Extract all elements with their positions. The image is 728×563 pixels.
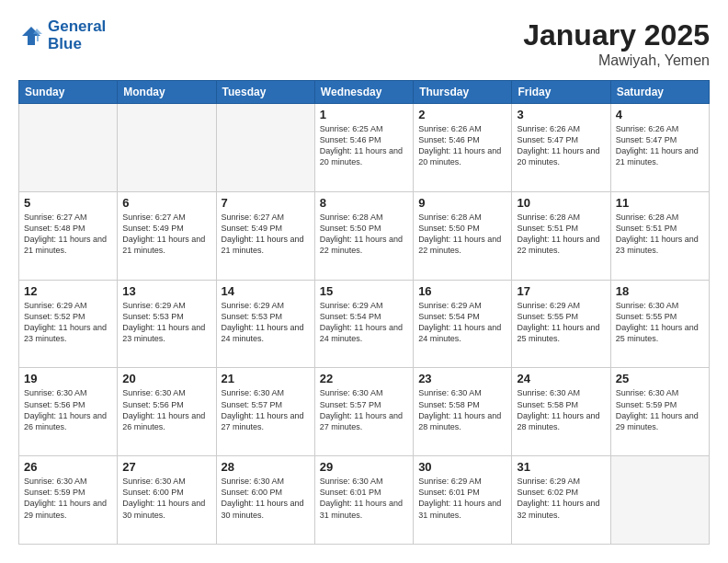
day-info: Sunrise: 6:29 AMSunset: 5:54 PMDaylight:… bbox=[320, 300, 408, 345]
day-number: 20 bbox=[122, 372, 210, 385]
day-cell: 20Sunrise: 6:30 AMSunset: 5:56 PMDayligh… bbox=[118, 368, 216, 456]
location-title: Mawiyah, Yemen bbox=[523, 52, 710, 69]
day-number: 15 bbox=[320, 284, 408, 298]
day-cell: 31Sunrise: 6:29 AMSunset: 6:02 PMDayligh… bbox=[512, 456, 610, 545]
day-number: 8 bbox=[320, 196, 408, 210]
weekday-header-row: SundayMondayTuesdayWednesdayThursdayFrid… bbox=[19, 81, 710, 104]
weekday-saturday: Saturday bbox=[610, 81, 709, 104]
day-number: 12 bbox=[24, 284, 112, 298]
day-info: Sunrise: 6:30 AMSunset: 5:56 PMDaylight:… bbox=[122, 387, 210, 432]
day-cell: 16Sunrise: 6:29 AMSunset: 5:54 PMDayligh… bbox=[414, 280, 512, 368]
day-info: Sunrise: 6:30 AMSunset: 5:55 PMDaylight:… bbox=[616, 300, 704, 345]
logo-line1: General bbox=[48, 17, 106, 35]
day-info: Sunrise: 6:30 AMSunset: 5:57 PMDaylight:… bbox=[222, 387, 310, 432]
day-number: 24 bbox=[517, 372, 605, 385]
day-cell: 29Sunrise: 6:30 AMSunset: 6:01 PMDayligh… bbox=[314, 456, 413, 545]
day-info: Sunrise: 6:29 AMSunset: 5:53 PMDaylight:… bbox=[122, 300, 210, 345]
day-info: Sunrise: 6:28 AMSunset: 5:50 PMDaylight:… bbox=[418, 212, 506, 257]
logo-icon bbox=[18, 23, 44, 49]
day-cell: 19Sunrise: 6:30 AMSunset: 5:56 PMDayligh… bbox=[19, 368, 118, 456]
day-info: Sunrise: 6:30 AMSunset: 5:59 PMDaylight:… bbox=[24, 476, 112, 521]
day-cell: 28Sunrise: 6:30 AMSunset: 6:00 PMDayligh… bbox=[216, 456, 314, 545]
title-block: January 2025 Mawiyah, Yemen bbox=[523, 18, 710, 69]
day-cell: 13Sunrise: 6:29 AMSunset: 5:53 PMDayligh… bbox=[118, 280, 216, 368]
week-row-4: 26Sunrise: 6:30 AMSunset: 5:59 PMDayligh… bbox=[19, 456, 710, 545]
day-info: Sunrise: 6:30 AMSunset: 6:00 PMDaylight:… bbox=[122, 476, 210, 521]
logo: General Blue bbox=[18, 18, 106, 52]
day-info: Sunrise: 6:29 AMSunset: 5:55 PMDaylight:… bbox=[517, 300, 605, 345]
day-number: 18 bbox=[616, 284, 704, 298]
day-info: Sunrise: 6:26 AMSunset: 5:46 PMDaylight:… bbox=[418, 123, 506, 168]
day-cell: 9Sunrise: 6:28 AMSunset: 5:50 PMDaylight… bbox=[414, 191, 512, 280]
day-info: Sunrise: 6:28 AMSunset: 5:51 PMDaylight:… bbox=[616, 212, 704, 257]
day-cell: 18Sunrise: 6:30 AMSunset: 5:55 PMDayligh… bbox=[610, 280, 709, 368]
day-cell: 17Sunrise: 6:29 AMSunset: 5:55 PMDayligh… bbox=[512, 280, 610, 368]
day-cell: 27Sunrise: 6:30 AMSunset: 6:00 PMDayligh… bbox=[118, 456, 216, 545]
day-cell bbox=[118, 104, 216, 192]
weekday-thursday: Thursday bbox=[414, 81, 512, 104]
day-number: 27 bbox=[122, 460, 210, 474]
week-row-1: 5Sunrise: 6:27 AMSunset: 5:48 PMDaylight… bbox=[19, 191, 710, 280]
day-number: 30 bbox=[418, 460, 506, 474]
day-cell: 15Sunrise: 6:29 AMSunset: 5:54 PMDayligh… bbox=[314, 280, 413, 368]
weekday-monday: Monday bbox=[118, 81, 216, 104]
day-cell: 23Sunrise: 6:30 AMSunset: 5:58 PMDayligh… bbox=[414, 368, 512, 456]
day-number: 13 bbox=[122, 284, 210, 298]
day-info: Sunrise: 6:27 AMSunset: 5:48 PMDaylight:… bbox=[24, 212, 112, 257]
month-title: January 2025 bbox=[523, 18, 710, 52]
day-cell: 10Sunrise: 6:28 AMSunset: 5:51 PMDayligh… bbox=[512, 191, 610, 280]
day-cell: 6Sunrise: 6:27 AMSunset: 5:49 PMDaylight… bbox=[118, 191, 216, 280]
page: General Blue January 2025 Mawiyah, Yemen… bbox=[0, 0, 728, 563]
day-number: 2 bbox=[418, 108, 506, 121]
day-number: 28 bbox=[222, 460, 310, 474]
day-cell: 12Sunrise: 6:29 AMSunset: 5:52 PMDayligh… bbox=[19, 280, 118, 368]
day-info: Sunrise: 6:27 AMSunset: 5:49 PMDaylight:… bbox=[222, 212, 310, 257]
day-number: 4 bbox=[616, 108, 704, 121]
day-info: Sunrise: 6:29 AMSunset: 5:54 PMDaylight:… bbox=[418, 300, 506, 345]
day-cell: 30Sunrise: 6:29 AMSunset: 6:01 PMDayligh… bbox=[414, 456, 512, 545]
header: General Blue January 2025 Mawiyah, Yemen bbox=[18, 18, 710, 69]
day-cell: 26Sunrise: 6:30 AMSunset: 5:59 PMDayligh… bbox=[19, 456, 118, 545]
day-cell: 24Sunrise: 6:30 AMSunset: 5:58 PMDayligh… bbox=[512, 368, 610, 456]
day-cell bbox=[216, 104, 314, 192]
day-info: Sunrise: 6:26 AMSunset: 5:47 PMDaylight:… bbox=[616, 123, 704, 168]
day-info: Sunrise: 6:25 AMSunset: 5:46 PMDaylight:… bbox=[320, 123, 408, 168]
day-cell: 4Sunrise: 6:26 AMSunset: 5:47 PMDaylight… bbox=[610, 104, 709, 192]
day-cell: 5Sunrise: 6:27 AMSunset: 5:48 PMDaylight… bbox=[19, 191, 118, 280]
day-cell: 8Sunrise: 6:28 AMSunset: 5:50 PMDaylight… bbox=[314, 191, 413, 280]
day-number: 16 bbox=[418, 284, 506, 298]
weekday-tuesday: Tuesday bbox=[216, 81, 314, 104]
day-info: Sunrise: 6:30 AMSunset: 5:58 PMDaylight:… bbox=[517, 387, 605, 432]
day-cell: 7Sunrise: 6:27 AMSunset: 5:49 PMDaylight… bbox=[216, 191, 314, 280]
day-info: Sunrise: 6:28 AMSunset: 5:50 PMDaylight:… bbox=[320, 212, 408, 257]
day-number: 5 bbox=[24, 196, 112, 210]
day-number: 31 bbox=[517, 460, 605, 474]
day-number: 23 bbox=[418, 372, 506, 385]
calendar: SundayMondayTuesdayWednesdayThursdayFrid… bbox=[18, 80, 710, 545]
day-number: 1 bbox=[320, 108, 408, 121]
day-number: 29 bbox=[320, 460, 408, 474]
day-number: 6 bbox=[122, 196, 210, 210]
week-row-2: 12Sunrise: 6:29 AMSunset: 5:52 PMDayligh… bbox=[19, 280, 710, 368]
day-cell: 21Sunrise: 6:30 AMSunset: 5:57 PMDayligh… bbox=[216, 368, 314, 456]
day-cell bbox=[19, 104, 118, 192]
day-number: 22 bbox=[320, 372, 408, 385]
day-number: 21 bbox=[222, 372, 310, 385]
day-cell: 3Sunrise: 6:26 AMSunset: 5:47 PMDaylight… bbox=[512, 104, 610, 192]
week-row-0: 1Sunrise: 6:25 AMSunset: 5:46 PMDaylight… bbox=[19, 104, 710, 192]
day-info: Sunrise: 6:30 AMSunset: 5:57 PMDaylight:… bbox=[320, 387, 408, 432]
day-cell: 14Sunrise: 6:29 AMSunset: 5:53 PMDayligh… bbox=[216, 280, 314, 368]
day-cell: 25Sunrise: 6:30 AMSunset: 5:59 PMDayligh… bbox=[610, 368, 709, 456]
day-number: 25 bbox=[616, 372, 704, 385]
day-number: 17 bbox=[517, 284, 605, 298]
day-number: 3 bbox=[517, 108, 605, 121]
weekday-friday: Friday bbox=[512, 81, 610, 104]
day-cell bbox=[610, 456, 709, 545]
day-info: Sunrise: 6:30 AMSunset: 5:56 PMDaylight:… bbox=[24, 387, 112, 432]
day-info: Sunrise: 6:30 AMSunset: 6:01 PMDaylight:… bbox=[320, 476, 408, 521]
day-cell: 11Sunrise: 6:28 AMSunset: 5:51 PMDayligh… bbox=[610, 191, 709, 280]
day-info: Sunrise: 6:30 AMSunset: 5:59 PMDaylight:… bbox=[616, 387, 704, 432]
day-number: 11 bbox=[616, 196, 704, 210]
day-number: 26 bbox=[24, 460, 112, 474]
logo-text: General Blue bbox=[48, 18, 106, 52]
